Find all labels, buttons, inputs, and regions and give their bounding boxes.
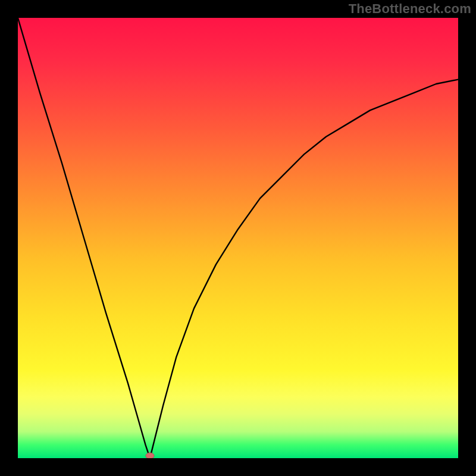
bottleneck-curve — [18, 18, 458, 458]
curve-layer — [18, 18, 458, 458]
plot-area — [18, 18, 458, 458]
attribution-label: TheBottleneck.com — [349, 1, 471, 17]
chart-frame: TheBottleneck.com — [0, 0, 476, 476]
optimal-point-marker — [146, 453, 154, 458]
